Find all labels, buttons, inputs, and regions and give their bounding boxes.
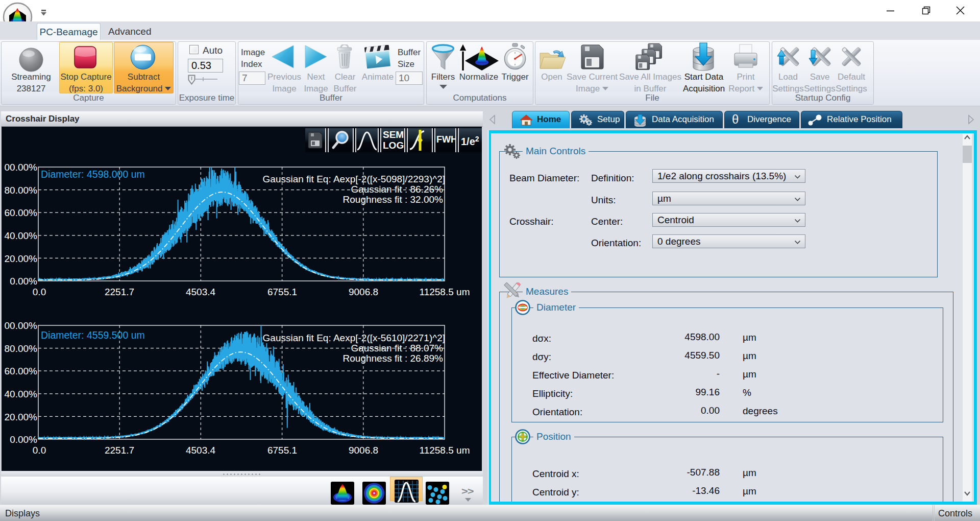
svg-text:60.00%: 60.00%	[5, 366, 38, 376]
svg-text:2251.7: 2251.7	[105, 287, 134, 297]
svg-text:80.00%: 80.00%	[5, 185, 38, 196]
svg-text:40.00%: 40.00%	[5, 389, 38, 399]
svg-text:Gaussian fit : 88.07%: Gaussian fit : 88.07%	[351, 343, 443, 353]
svg-text:0.00%: 0.00%	[10, 434, 37, 445]
svg-text:6755.1: 6755.1	[267, 287, 297, 297]
svg-text:6755.1: 6755.1	[267, 445, 297, 456]
svg-text:Roughness fit : 26.89%: Roughness fit : 26.89%	[343, 353, 444, 364]
svg-text:40.00%: 40.00%	[5, 230, 38, 241]
svg-text:Gaussian fit : 86.26%: Gaussian fit : 86.26%	[351, 184, 443, 195]
svg-text:00.00%: 00.00%	[5, 162, 38, 173]
svg-text:20.00%: 20.00%	[5, 253, 38, 264]
svg-text:80.00%: 80.00%	[5, 343, 38, 354]
svg-text:4503.4: 4503.4	[186, 445, 216, 456]
svg-text:11258.5 um: 11258.5 um	[420, 287, 470, 297]
svg-text:0.0: 0.0	[33, 445, 46, 456]
svg-text:11258.5 um: 11258.5 um	[420, 445, 470, 456]
svg-text:00.00%: 00.00%	[5, 320, 38, 331]
svg-text:4503.4: 4503.4	[186, 287, 216, 297]
svg-text:Diameter: 4559.500 um: Diameter: 4559.500 um	[41, 329, 145, 341]
svg-text:60.00%: 60.00%	[5, 207, 38, 218]
svg-text:Gaussian fit Eq: Aexp[-2([x-50: Gaussian fit Eq: Aexp[-2([x-5098]/2293)^…	[263, 174, 445, 184]
svg-text:Roughness fit : 32.00%: Roughness fit : 32.00%	[343, 194, 444, 205]
svg-text:0.0: 0.0	[33, 287, 46, 297]
svg-text:9006.8: 9006.8	[349, 287, 378, 297]
svg-text:9006.8: 9006.8	[349, 445, 378, 456]
svg-text:0.00%: 0.00%	[10, 276, 37, 287]
svg-text:Gaussian fit Eq: Aexp[-2([x-56: Gaussian fit Eq: Aexp[-2([x-5610]/2271)^…	[263, 333, 445, 343]
svg-text:2251.7: 2251.7	[105, 445, 134, 456]
svg-text:20.00%: 20.00%	[5, 412, 38, 422]
svg-text:Diameter: 4598.000 um: Diameter: 4598.000 um	[41, 169, 145, 180]
